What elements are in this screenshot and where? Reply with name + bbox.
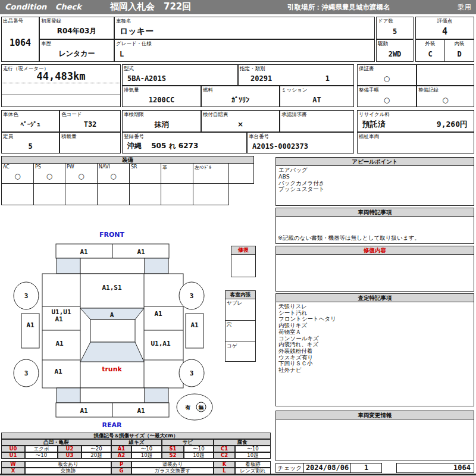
appeal-line: ABS (278, 174, 472, 180)
change-info-panel: 車両変更情報 (275, 411, 474, 461)
color-code-cell: 色コード T32 (60, 110, 121, 132)
repair-mini-box: 修復 (231, 246, 256, 277)
left-front-door-code-2: A1 (55, 315, 63, 323)
equipment-empty-cell (97, 183, 130, 205)
first-registration-value: R04年03月 (40, 24, 114, 39)
front-bumper-left-code: A1 (80, 248, 88, 256)
equipment-empty-cell (33, 183, 65, 205)
tire-rear-right-code: 3 (190, 369, 194, 377)
equipment-mark (193, 169, 228, 183)
maintenance-book-value: ○ (358, 93, 416, 107)
score-cell: 評価点 4 (415, 17, 474, 39)
assessment-line: 社外ナビ (278, 367, 472, 374)
equipment-cell-lhd: 左ﾊﾝﾄﾞﾙ (193, 163, 229, 184)
appeal-points-title: アピールポイント (276, 158, 474, 166)
header-bar: Condition Check 福岡入札会 722回 引取場所：沖縄県豊見城市渡… (0, 0, 476, 14)
assessment-line: フロントシートヘタリ (278, 316, 472, 322)
legend-group: 線キズ (111, 439, 162, 446)
load-capacity-cell: 積載量 (60, 132, 121, 154)
legend-code: U0 (1, 446, 25, 452)
check-lot-cell: 1064 (396, 463, 474, 473)
appeal-line: エアバッグ (278, 167, 472, 174)
legend-desc: 20超 (82, 452, 111, 459)
car-damage-diagram: A1 A1 A1,S1 A U1,U1 A1 A1 A1 U1,A1 A1 tr… (0, 238, 220, 437)
assessment-notes-title: 査定特記事項 (276, 294, 474, 302)
auction-title: 福岡入札会 722回 (110, 1, 191, 12)
insurance-cell: 検付自賠責 × (201, 110, 280, 132)
capacity-cell: 定員 5 (1, 132, 60, 154)
cabin-item-cell: ヤブレ (226, 299, 255, 321)
bottom-bar (0, 474, 476, 475)
lot-number-value: 1064 (2, 24, 39, 61)
rear-bumper-right-code: A1 (137, 407, 145, 415)
history-value: レンタカー (40, 46, 114, 61)
capacity-value: 5 (2, 139, 59, 153)
inspection-value: 抹消 (123, 117, 201, 131)
brand-logo: Condition Check (5, 2, 82, 11)
blank-cell (416, 64, 474, 86)
history-cell: 車歴 レンタカー (39, 39, 114, 62)
right-rear-door-code: U1,A1 (151, 340, 170, 347)
legend-group: 凸凹・亀裂 (1, 439, 111, 446)
legend-desc: 〜10 (25, 452, 58, 459)
model-code-cell: 型式 5BA-A201S (122, 64, 238, 86)
equipment-mark: ○ (2, 169, 33, 183)
front-bumper-right-code: A1 (137, 248, 145, 256)
load-capacity-value (60, 139, 120, 153)
warranty-value: ○ (358, 71, 416, 85)
legend-code: S1 (162, 446, 184, 452)
legend-desc: 10超 (235, 452, 271, 459)
check-date-cell: 2024/08/06 (303, 463, 351, 473)
cabin-interior-box-title: 客室内張 (226, 291, 255, 299)
appeal-points-lines: エアバッグ ABS バックカメラ付き プッシュスタート (278, 167, 472, 193)
grade-cell: グレード・仕様 L (114, 39, 375, 62)
tire-front-left-code: 3 (24, 292, 29, 300)
legend-code: A2 (111, 452, 131, 459)
body-color-value: ﾍﾞｰｼﾞｭ (2, 117, 59, 131)
inspection-cell: 車検期限 抹消 (122, 110, 201, 132)
divider (2, 83, 120, 83)
model-name-cell: 車種名 ロッキー (114, 17, 375, 39)
fuel-value: ｶﾞｿﾘﾝ (202, 93, 279, 107)
model-name-value: ロッキー (115, 24, 374, 39)
equipment-cell-pw: PW ○ (65, 163, 98, 184)
registration-number-cell: 登録番号 沖縄 505 れ 6273 (122, 132, 247, 154)
assessment-line: 下回りＳＣ小 (278, 361, 472, 367)
exterior-grade-cell: 外装 C (415, 39, 445, 62)
trunk-label: trunk (102, 365, 122, 373)
hood-code: A1,S1 (102, 284, 121, 292)
exterior-grade-value: C (416, 46, 444, 61)
doors-cell: ドア数 5 (376, 17, 414, 39)
legend-desc: 看板跡 (235, 461, 271, 468)
model-code-value: 5BA-A201S (123, 71, 237, 85)
welfare-vehicle-cell: 福祉車両 (357, 132, 474, 154)
equipment-cell-sr: SR (129, 163, 161, 184)
repair-detail-title: 修復内容 (276, 246, 474, 255)
maintenance-record-cell: 整備記録 ○ (416, 86, 474, 107)
mileage-cell: 走行（現メーター） 44,483km (1, 64, 121, 107)
chassis-number-cell: 車台番号 A201S-0002373 (247, 132, 354, 154)
cabin-item-label: ヤブレ (227, 300, 242, 307)
vehicle-notes-panel: 車両特記事項 ※記載のない書類・機器等は無しとして取り扱います。 (275, 208, 474, 244)
assessment-line: 荷物室Ａ (278, 329, 472, 336)
maintenance-record-value: ○ (417, 93, 474, 107)
color-code-value: T32 (60, 117, 120, 131)
repair-detail-panel: 修復内容 (275, 246, 474, 292)
equipment-empty-cell (1, 183, 34, 205)
score-value: 4 (416, 24, 474, 39)
equipment-cell-navi: NAVI ○ (97, 163, 130, 184)
legend-desc: 10超 (131, 452, 162, 459)
equipment-cell-leather: 革 (161, 163, 193, 184)
auction-condition-sheet: Condition Check 福岡入札会 722回 引取場所：沖縄県豊見城市渡… (0, 0, 476, 476)
insurance-value: × (202, 117, 279, 131)
right-front-door-code: A1 (154, 310, 162, 318)
legend-code: U2 (58, 446, 82, 452)
check-count-cell: 1 (350, 463, 382, 473)
legend-code: P (111, 461, 131, 468)
appeal-line: プッシュスタート (278, 186, 472, 193)
pickup-location: 引取場所：沖縄県豊見城市渡橋名 (287, 3, 390, 12)
change-info-title: 車両変更情報 (276, 411, 474, 419)
cabin-interior-box: 客室内張 ヤブレ 穴 コゲ (225, 290, 256, 362)
legend-code: W (1, 461, 25, 468)
approval-request-value (280, 117, 353, 131)
